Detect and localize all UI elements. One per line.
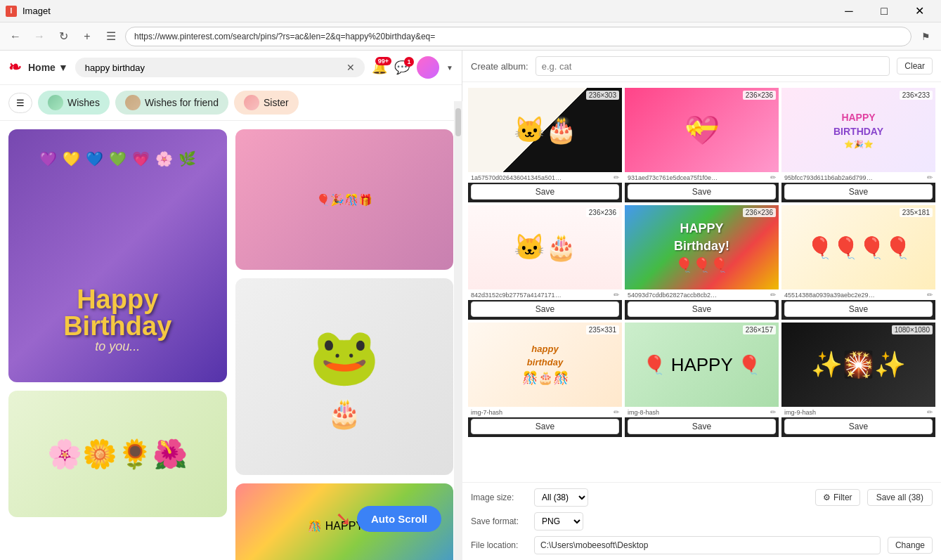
back-button[interactable]: ← (6, 27, 25, 46)
edit-icon-9: ✏ (927, 408, 933, 416)
right-image-4[interactable]: 🐱🎂 236×236 842d3152c9b27757a4147171859 ✏… (468, 205, 622, 320)
imaget-topbar: Create album: Clear (462, 51, 941, 82)
main-layout: ❧ Home ▼ ✕ 🔔 99+ 💬 1 (0, 51, 941, 560)
image-size-select[interactable]: All (38) Large Medium Small (534, 488, 588, 507)
heart-icon-7: 🌿 (179, 150, 196, 167)
bookmark-button[interactable]: ⚑ (916, 27, 935, 46)
album-input[interactable] (536, 56, 890, 76)
right-image-7-visual: happy birthday 🎊🎂🎊 (468, 323, 622, 407)
scroll-thumb[interactable] (455, 108, 461, 136)
right-image-8[interactable]: 🎈 HAPPY 🎈 236×157 img-8-hash ✏ Save (625, 323, 779, 437)
pinterest-logo: ❧ (8, 58, 21, 77)
save-all-button[interactable]: Save all (38) (867, 489, 933, 506)
heart-icon-5: 💗 (132, 150, 150, 167)
save-button-4[interactable]: Save (471, 301, 619, 317)
home-chevron-icon: ▼ (58, 62, 68, 73)
right-image-3[interactable]: HAPPY BIRTHDAY ⭐🎉⭐ 236×233 95bfcc793d611… (781, 88, 935, 202)
right-image-9[interactable]: ✨🎇✨ 1080×1080 img-9-hash ✏ Save (781, 323, 935, 437)
right-image-4-visual: 🐱🎂 (468, 205, 622, 289)
save-button-8[interactable]: Save (628, 419, 776, 434)
hb-title-2: Birthday (63, 313, 171, 339)
right-image-5[interactable]: HAPPY Birthday! 🎈🎈🎈 236×236 54093d7cddb6… (625, 205, 779, 320)
save-button-2[interactable]: Save (628, 184, 776, 200)
auto-scroll-button[interactable]: Auto Scroll (357, 506, 441, 532)
save-format-row: Save format: PNG JPG WEBP (471, 512, 933, 530)
heart-icon-2: 💛 (63, 150, 80, 167)
right-image-8-hash: img-8-hash (628, 409, 659, 416)
browser-toolbar: ← → ↻ + ☰ ⚑ (0, 22, 941, 51)
heart-icon-4: 💚 (109, 150, 126, 167)
edit-icon-3: ✏ (927, 174, 933, 181)
save-button-5[interactable]: Save (628, 301, 776, 317)
right-image-8-dim: 236×157 (743, 325, 776, 334)
imaget-controls: Image size: All (38) Large Medium Small … (462, 482, 941, 560)
right-image-5-dim: 236×236 (743, 208, 776, 217)
right-image-1[interactable]: 🐱🎂 236×303 1a57570d026436041345a5014fa ✏… (468, 88, 622, 202)
search-clear-button[interactable]: ✕ (346, 62, 355, 73)
edit-icon-8: ✏ (770, 408, 776, 416)
clear-button[interactable]: Clear (897, 58, 933, 74)
cat-icon: 🐱🎂 (514, 115, 577, 145)
right-image-4-hash: 842d3152c9b27757a4147171859 (471, 292, 562, 299)
refresh-button[interactable]: ↻ (53, 27, 73, 46)
happy-birthday-text: HAPPY (841, 112, 875, 123)
file-location-row: File location: Change (471, 536, 933, 554)
tag-chip-sister[interactable]: Sister (234, 91, 299, 115)
format-select[interactable]: PNG JPG WEBP (534, 512, 583, 530)
grid-item-3[interactable]: 🎈🎉🎊🎁 (235, 129, 454, 270)
filter-settings-button[interactable]: ☰ (8, 93, 32, 113)
home-label: Home (28, 62, 56, 73)
filter-button[interactable]: ⚙ Filter (815, 489, 860, 506)
avatar-dropdown-icon: ▼ (446, 64, 453, 72)
save-button-6[interactable]: Save (784, 301, 933, 317)
right-image-6-hash: 45514388a0939a39aebc2e29ea9 (784, 292, 876, 299)
confetti-icon: 🎊🎂🎊 (522, 370, 569, 386)
home-button[interactable]: ☰ (101, 27, 121, 46)
right-image-5-id: 54093d7cddb62827accb8cb25c9 ✏ (625, 289, 779, 300)
colorful-hb-text: HAPPY (680, 221, 723, 236)
pinterest-panel-wrapper: ❧ Home ▼ ✕ 🔔 99+ 💬 1 (0, 51, 462, 560)
forward-button[interactable]: → (30, 27, 49, 46)
search-bar: ✕ (75, 58, 365, 77)
birthday-text: BIRTHDAY (833, 126, 883, 137)
balloon-card: 🎈🎉🎊🎁 (235, 129, 454, 270)
new-tab-button[interactable]: + (77, 27, 97, 46)
notification-button[interactable]: 🔔 99+ (372, 60, 387, 75)
right-image-7[interactable]: happy birthday 🎊🎂🎊 235×331 img-7-hash ✏ … (468, 323, 622, 437)
edit-icon-6: ✏ (927, 291, 933, 299)
minimize-button[interactable]: ─ (833, 0, 865, 22)
home-dropdown-button[interactable]: Home ▼ (28, 62, 68, 73)
app-icon: I (6, 6, 17, 17)
right-image-2-dim: 236×236 (743, 91, 776, 100)
file-location-input[interactable] (534, 536, 881, 554)
maximize-button[interactable]: □ (868, 0, 900, 22)
edit-icon-2: ✏ (770, 174, 776, 181)
right-image-9-hash: img-9-hash (784, 409, 816, 416)
message-button[interactable]: 💬 1 (394, 60, 410, 75)
tag-chip-wishes[interactable]: Wishes (38, 91, 110, 115)
right-image-2[interactable]: 💝 236×236 931aed73c761e5dcea75f1f0e64b ✏… (625, 88, 779, 202)
right-image-4-id: 842d3152c9b27757a4147171859 ✏ (468, 289, 622, 300)
right-image-1-visual: 🐱🎂 (468, 88, 622, 172)
right-image-9-id: img-9-hash ✏ (781, 407, 935, 417)
save-button-9[interactable]: Save (784, 419, 933, 434)
save-button-7[interactable]: Save (471, 419, 619, 434)
search-input[interactable] (85, 63, 341, 73)
frog-emoji: 🐸 (309, 324, 379, 390)
change-button[interactable]: Change (888, 537, 933, 554)
grid-item-1[interactable]: 💜 💛 💙 💚 💗 🌸 🌿 Happy Birthday to you... (8, 129, 227, 382)
grid-item-2[interactable]: 🌸🌼🌻🌺 (8, 391, 227, 517)
address-bar[interactable] (125, 27, 911, 46)
right-image-6[interactable]: 🎈🎈🎈🎈 235×181 45514388a0939a39aebc2e29ea9… (781, 205, 935, 320)
save-button-1[interactable]: Save (471, 184, 619, 200)
grid-item-4[interactable]: 🐸 🎂 (235, 278, 454, 475)
flower-card: 🌸🌼🌻🌺 (8, 391, 227, 517)
edit-icon-7: ✏ (614, 408, 619, 416)
sister-thumb (244, 95, 259, 110)
right-image-3-hash: 95bfcc793d611b6ab2a6d799d9c (784, 174, 876, 181)
right-image-5-hash: 54093d7cddb62827accb8cb25c9 (628, 292, 719, 299)
close-button[interactable]: ✕ (903, 0, 935, 22)
tag-chip-wishes-friend[interactable]: Wishes for friend (115, 91, 228, 115)
save-button-3[interactable]: Save (784, 184, 933, 200)
balloon-string-icon: 🎈🎈🎈🎈 (807, 235, 911, 260)
